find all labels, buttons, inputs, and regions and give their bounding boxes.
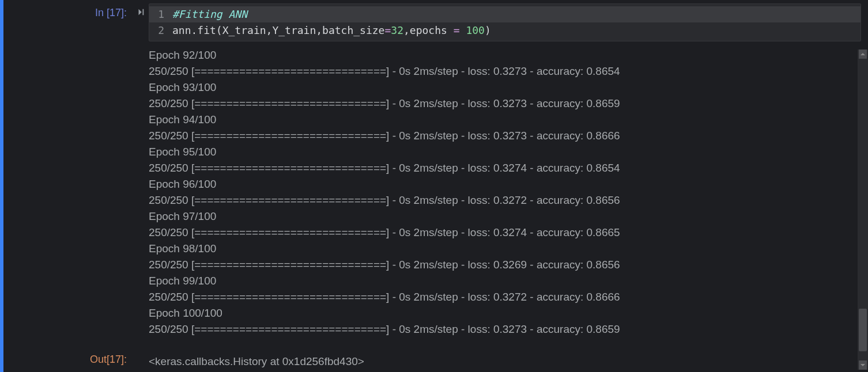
- code-token: ann.fit(X_train,Y_train,batch_size: [172, 24, 384, 36]
- spacer: [6, 45, 133, 346]
- code-token: =: [384, 24, 391, 36]
- stdout-line: 250/250 [==============================]…: [149, 192, 861, 208]
- input-prompt: In [17]:: [6, 0, 133, 45]
- code-line[interactable]: 2 ann.fit(X_train,Y_train,batch_size=32,…: [149, 22, 861, 39]
- stdout-line: 250/250 [==============================]…: [149, 257, 861, 273]
- in-prompt-label: In [17]:: [95, 7, 127, 18]
- scroll-up-button[interactable]: [859, 50, 867, 59]
- code-editor[interactable]: 1 #Fitting ANN 2 ann.fit(X_train,Y_train…: [149, 3, 861, 41]
- stdout-line: 250/250 [==============================]…: [149, 225, 861, 241]
- code-token: =: [454, 24, 466, 36]
- stdout-line: Epoch 93/100: [149, 79, 861, 96]
- output-scrollbar[interactable]: [858, 50, 868, 370]
- stdout-line: 250/250 [==============================]…: [149, 289, 861, 305]
- code-token: 100: [466, 24, 485, 36]
- spacer: [133, 354, 149, 362]
- output-prompt: Out[17]:: [6, 354, 133, 366]
- scroll-down-button[interactable]: [859, 360, 867, 370]
- stdout-output: Epoch 92/100250/250 [===================…: [149, 45, 868, 346]
- out-prompt-label: Out[17]:: [90, 354, 127, 365]
- stdout-line: Epoch 97/100: [149, 208, 861, 225]
- code-line[interactable]: 1 #Fitting ANN: [149, 6, 861, 22]
- stdout-line: Epoch 98/100: [149, 241, 861, 257]
- stdout-line: Epoch 95/100: [149, 144, 861, 160]
- run-cell-button[interactable]: [133, 0, 149, 45]
- stdout-line: 250/250 [==============================]…: [149, 160, 861, 176]
- stdout-line: Epoch 96/100: [149, 176, 861, 192]
- notebook-cell: In [17]: 1 #Fitting ANN 2 ann.fit(X_trai…: [0, 0, 868, 372]
- code-token: 32: [391, 24, 403, 36]
- code-token: ,epochs: [403, 24, 454, 36]
- execution-result: <keras.callbacks.History at 0x1d256fbd43…: [149, 354, 868, 372]
- stdout-line: 250/250 [==============================]…: [149, 128, 861, 144]
- stdout-line: 250/250 [==============================]…: [149, 96, 861, 112]
- stdout-line: Epoch 99/100: [149, 273, 861, 289]
- stdout-line: 250/250 [==============================]…: [149, 63, 861, 79]
- line-number: 2: [149, 22, 172, 39]
- stdout-line: Epoch 94/100: [149, 112, 861, 128]
- code-comment: #Fitting ANN: [172, 8, 247, 20]
- line-number: 1: [149, 6, 172, 22]
- stdout-line: 250/250 [==============================]…: [149, 321, 861, 337]
- scrollbar-thumb[interactable]: [859, 309, 867, 351]
- spacer: [133, 45, 149, 346]
- stdout-line: Epoch 92/100: [149, 47, 861, 63]
- stdout-line: Epoch 100/100: [149, 305, 861, 321]
- run-cell-icon: [137, 8, 145, 18]
- code-token: ): [485, 24, 491, 36]
